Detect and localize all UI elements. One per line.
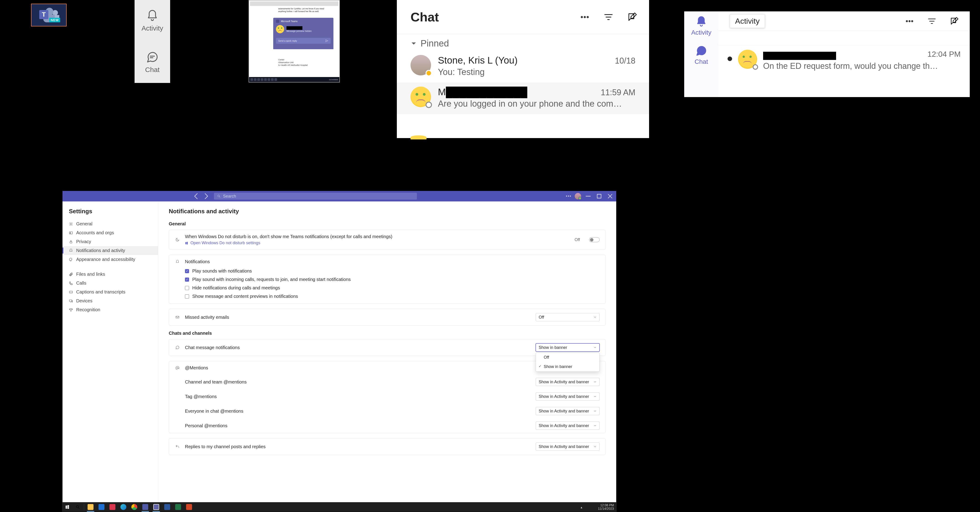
- start-button[interactable]: [62, 502, 73, 512]
- rail-activity[interactable]: Activity: [135, 0, 170, 41]
- check-play-call-sounds[interactable]: ✓Play sound with incoming calls, request…: [185, 277, 606, 282]
- channel-mentions-select[interactable]: Show in Activity and banner: [536, 378, 600, 386]
- chevron-down-icon: [593, 346, 597, 349]
- titlebar-more-icon[interactable]: •••: [566, 194, 571, 199]
- tag-mentions-select[interactable]: Show in Activity and banner: [536, 392, 600, 401]
- content-title: Notifications and activity: [169, 208, 606, 215]
- taskbar-app-edge[interactable]: [118, 502, 129, 512]
- chat-notif-label: Chat message notifications: [185, 345, 531, 350]
- activity-feed-panel: Activity Chat Activity 12:04 PM: [684, 11, 970, 97]
- menu-notifications[interactable]: Notifications and activity: [62, 246, 158, 255]
- rail2-chat-label: Chat: [694, 58, 708, 65]
- presence-away-icon: [426, 70, 432, 76]
- tray-wifi-icon[interactable]: [586, 506, 589, 509]
- checkbox-unchecked-icon: [185, 286, 189, 290]
- at-icon: [175, 366, 180, 370]
- filter-icon[interactable]: [603, 12, 614, 22]
- checkbox-checked-icon: ✓: [185, 277, 189, 282]
- teams-toast-notification[interactable]: Microsoft Teams Message preview hidden S…: [273, 18, 333, 50]
- taskbar-clock[interactable]: 12:06 PM 11/14/2023: [598, 504, 614, 510]
- redacted-name: [763, 52, 836, 60]
- option-off[interactable]: Off: [536, 353, 599, 362]
- settings-title: Settings: [62, 208, 158, 219]
- filter-icon[interactable]: [928, 17, 936, 26]
- rail2-activity[interactable]: Activity: [684, 11, 718, 41]
- taskbar-app-chrome[interactable]: [129, 502, 140, 512]
- tray-chevron-icon[interactable]: ▴: [581, 506, 584, 509]
- windows-icon: [185, 241, 188, 245]
- taskbar-app-outlook[interactable]: [96, 502, 107, 512]
- check-hide-during-calls[interactable]: Hide notifications during calls and meet…: [185, 285, 606, 290]
- pinned-section-header[interactable]: Pinned: [397, 34, 649, 51]
- menu-privacy[interactable]: Privacy: [62, 237, 158, 246]
- taskbar-app-explorer[interactable]: [85, 502, 96, 512]
- dnd-description: When Windows Do not disturb is on, don't…: [185, 234, 570, 239]
- menu-recognition[interactable]: Recognition: [62, 305, 158, 314]
- window-close-button[interactable]: [606, 193, 614, 200]
- sender-name-redacted: [286, 26, 302, 30]
- send-icon[interactable]: [325, 39, 328, 43]
- maximize-icon: [595, 192, 603, 200]
- document-signature-block: Center Observation Unit IU Health AR Met…: [250, 49, 339, 76]
- chat-item-self[interactable]: Stone, Kris L (You)10/18 You: Testing: [397, 51, 649, 82]
- taskbar-app-excel[interactable]: [173, 502, 184, 512]
- taskbar-app-acrobat[interactable]: [107, 502, 118, 512]
- profile-avatar[interactable]: [575, 193, 581, 200]
- captions-icon: [69, 290, 73, 294]
- tray-volume-icon[interactable]: [592, 506, 595, 509]
- menu-general[interactable]: General: [62, 219, 158, 228]
- missed-emails-select[interactable]: Off: [536, 313, 600, 321]
- activity-item[interactable]: 12:04 PM On the ED request form, would y…: [718, 46, 970, 75]
- check-play-sounds[interactable]: ✓Play sounds with notifications: [185, 268, 606, 274]
- svg-point-17: [177, 367, 178, 369]
- taskbar-app-powerpoint[interactable]: [184, 502, 194, 512]
- windows-taskbar[interactable]: ▴ 12:06 PM 11/14/2023: [62, 502, 617, 512]
- menu-captions[interactable]: Captions and transcripts: [62, 288, 158, 296]
- menu-appearance[interactable]: Appearance and accessibility: [62, 255, 158, 264]
- row-everyone-mentions: Everyone in chat @mentionsShow in Activi…: [169, 404, 606, 418]
- rail-chat[interactable]: Chat: [135, 41, 170, 83]
- dnd-open-link[interactable]: Open Windows Do not disturb settings: [185, 241, 570, 246]
- chevron-down-icon: [593, 395, 597, 398]
- chat-filled-icon: [695, 45, 707, 57]
- window-titlebar[interactable]: Search •••: [62, 191, 616, 201]
- presence-offline-icon: [426, 101, 432, 108]
- taskbar-app-teams-classic[interactable]: [140, 502, 151, 512]
- menu-devices[interactable]: Devices: [62, 296, 158, 305]
- option-show-in-banner[interactable]: Show in banner: [536, 362, 599, 371]
- teams-left-rail: Activity Chat: [135, 0, 170, 83]
- replies-select[interactable]: Show in Activity and banner: [536, 442, 600, 451]
- taskbar-search-button[interactable]: [73, 502, 83, 512]
- missed-emails-label: Missed activity emails: [185, 315, 531, 320]
- card-replies: Replies to my channel posts and replies …: [169, 438, 606, 455]
- more-icon[interactable]: [580, 12, 590, 22]
- personal-mentions-select[interactable]: Show in Activity and banner: [536, 422, 600, 430]
- window-maximize-button[interactable]: [595, 193, 603, 200]
- system-tray[interactable]: ▴: [581, 506, 595, 509]
- nav-back-button[interactable]: [192, 193, 201, 200]
- everyone-mentions-select[interactable]: Show in Activity and banner: [536, 407, 600, 415]
- chat-item-redacted[interactable]: M████████████ 11:59 AM Are you logged in…: [397, 82, 649, 114]
- taskbar-app-teams-new[interactable]: [151, 502, 162, 512]
- dnd-toggle[interactable]: [589, 237, 600, 242]
- new-chat-icon[interactable]: [627, 12, 637, 22]
- pinned-label: Pinned: [420, 38, 449, 49]
- check-show-previews[interactable]: Show message and content previews in not…: [185, 294, 606, 299]
- more-icon[interactable]: [905, 17, 914, 26]
- chevron-down-icon: [593, 445, 597, 448]
- rail-activity-label: Activity: [142, 24, 163, 32]
- nav-forward-button[interactable]: [202, 193, 211, 200]
- svg-point-0: [581, 16, 582, 18]
- window-minimize-button[interactable]: [584, 193, 592, 200]
- taskbar-app-word[interactable]: [162, 502, 173, 512]
- menu-calls[interactable]: Calls: [62, 279, 158, 288]
- chat-notif-select[interactable]: Show in banner: [536, 343, 600, 352]
- menu-accounts[interactable]: Accounts and orgs: [62, 228, 158, 237]
- menu-files[interactable]: Files and links: [62, 270, 158, 279]
- quick-reply-input[interactable]: Send a quick reply: [276, 38, 331, 44]
- rail2-chat[interactable]: Chat: [684, 41, 718, 70]
- new-chat-icon[interactable]: [950, 17, 959, 26]
- section-general: General: [169, 221, 606, 227]
- search-input[interactable]: Search: [214, 193, 417, 200]
- teams-new-desktop-icon[interactable]: T NEW: [31, 4, 67, 27]
